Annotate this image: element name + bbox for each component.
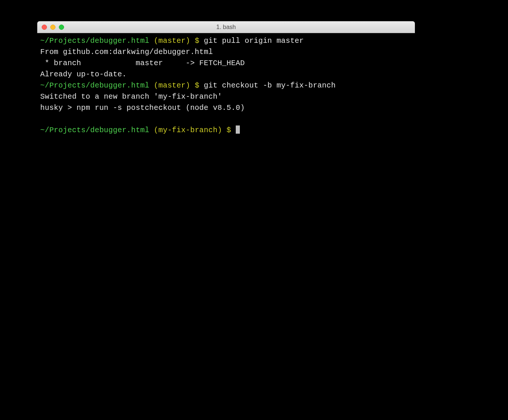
prompt-dollar: $ <box>226 126 231 134</box>
prompt-path: ~/Projects/debugger.html <box>40 36 149 45</box>
prompt-line: ~/Projects/debugger.html (my-fix-branch)… <box>40 125 412 136</box>
prompt-path: ~/Projects/debugger.html <box>40 126 149 134</box>
output-line: From github.com:darkwing/debugger.html <box>40 47 412 58</box>
blank-line <box>40 114 412 125</box>
command-text: git checkout -b my-fix-branch <box>204 81 336 90</box>
output-line: husky > npm run -s postcheckout (node v8… <box>40 102 412 114</box>
cursor-icon <box>236 125 240 134</box>
window-title: 1. bash <box>216 24 236 31</box>
output-line: Switched to a new branch 'my-fix-branch' <box>40 91 412 102</box>
prompt-branch: (my-fix-branch) <box>154 126 222 134</box>
prompt-line: ~/Projects/debugger.html (master) $ git … <box>40 80 412 91</box>
terminal-window: 1. bash ~/Projects/debugger.html (master… <box>37 21 415 339</box>
close-icon[interactable] <box>42 25 47 30</box>
prompt-line: ~/Projects/debugger.html (master) $ git … <box>40 35 412 47</box>
terminal-body[interactable]: ~/Projects/debugger.html (master) $ git … <box>37 33 415 339</box>
prompt-branch: (master) <box>154 36 190 45</box>
traffic-lights <box>42 25 64 30</box>
prompt-dollar: $ <box>195 36 199 45</box>
prompt-branch: (master) <box>154 81 190 90</box>
command-text: git pull origin master <box>204 36 304 45</box>
zoom-icon[interactable] <box>59 25 64 30</box>
minimize-icon[interactable] <box>50 25 55 30</box>
output-line: Already up-to-date. <box>40 69 412 80</box>
prompt-dollar: $ <box>195 81 199 90</box>
output-line: * branch master -> FETCH_HEAD <box>40 58 412 69</box>
titlebar[interactable]: 1. bash <box>37 21 415 33</box>
prompt-path: ~/Projects/debugger.html <box>40 81 149 90</box>
